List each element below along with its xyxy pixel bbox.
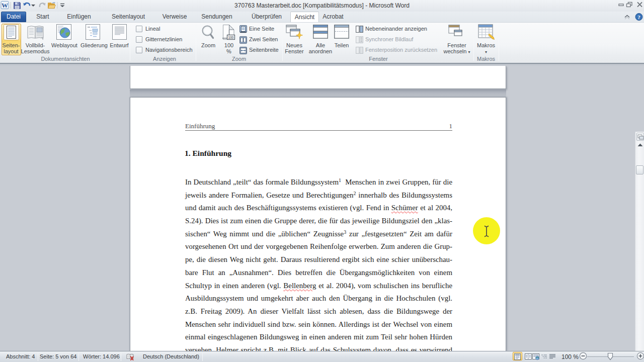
svg-text:100: 100 [228,36,233,39]
svg-text:W: W [2,2,8,9]
svg-text:?: ? [637,14,640,20]
